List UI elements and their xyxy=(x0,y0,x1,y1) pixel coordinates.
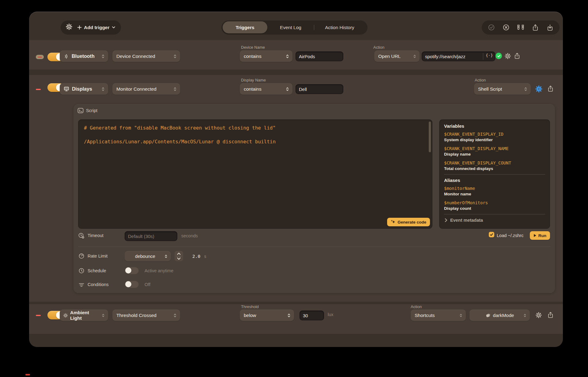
share-export-icon[interactable] xyxy=(532,24,539,31)
toolbar-actions xyxy=(482,20,560,35)
row-drag-handle[interactable] xyxy=(36,55,44,59)
trigger-type-select-bluetooth[interactable]: Bluetooth xyxy=(60,51,108,62)
test-triggers-icon[interactable] xyxy=(517,24,524,31)
trigger-type-select-displays[interactable]: Displays xyxy=(60,83,108,95)
import-download-icon[interactable] xyxy=(546,24,553,31)
shell-script-editor[interactable]: # Generated from "disable MacBook screen… xyxy=(78,119,432,229)
select-chevrons-icon xyxy=(164,254,168,259)
row-share-icon[interactable] xyxy=(514,52,520,59)
trigger-type-label: Displays xyxy=(72,86,99,92)
sun-icon xyxy=(63,313,68,318)
alias-name[interactable]: $monitorName xyxy=(444,185,545,191)
aliases-title: Aliases xyxy=(444,178,545,183)
tab-action-history[interactable]: Action History xyxy=(314,21,365,33)
timeout-unit-label: seconds xyxy=(181,233,198,238)
display-name-value-input[interactable] xyxy=(296,84,343,94)
generate-code-button[interactable]: Generate code xyxy=(387,218,430,226)
conditions-toggle[interactable] xyxy=(125,281,139,288)
stepper-up-icon[interactable] xyxy=(177,252,181,255)
rate-limit-stepper[interactable] xyxy=(175,251,183,261)
event-select-bluetooth[interactable]: Device Connected xyxy=(112,51,180,62)
conditions-filter-icon xyxy=(78,282,85,288)
rate-limit-mode-select[interactable]: debounce xyxy=(125,251,171,261)
event-select-displays[interactable]: Monitor Connected xyxy=(112,83,180,95)
variable-desc: Total connected displays xyxy=(444,166,545,172)
event-metadata-disclosure[interactable]: Event metadata xyxy=(444,218,545,223)
variable-name[interactable]: $CRANK_EVENT_DISPLAY_COUNT xyxy=(444,160,545,166)
view-tabs: Triggers Event Log Action History xyxy=(221,20,368,35)
divider xyxy=(78,247,550,247)
row-settings-gear-icon[interactable] xyxy=(504,53,511,59)
stray-red-mark xyxy=(25,374,30,375)
variable-name[interactable]: $CRANK_EVENT_DISPLAY_ID xyxy=(444,131,545,137)
timeout-label: Timeout xyxy=(88,233,104,238)
disable-all-icon[interactable] xyxy=(503,24,510,31)
threshold-operator-select[interactable]: below xyxy=(240,310,294,321)
add-trigger-button[interactable]: Add trigger xyxy=(77,25,115,30)
schedule-clock-icon xyxy=(78,268,85,274)
select-chevrons-icon xyxy=(286,54,289,59)
schedule-label: Schedule xyxy=(88,268,106,273)
alias-entry: $numberOfMonitors Display count xyxy=(444,200,545,211)
action-label: Action xyxy=(475,78,486,82)
rate-limit-value[interactable]: 2.0 xyxy=(192,254,200,259)
select-chevrons-icon xyxy=(459,313,462,318)
alias-desc: Monitor name xyxy=(444,191,545,197)
tab-event-log-label: Event Log xyxy=(280,25,301,30)
stepper-down-icon[interactable] xyxy=(177,257,181,260)
device-name-value-input[interactable] xyxy=(296,51,343,61)
trigger-row-ambient-light: Ambient Light Threshold Crossed Threshol… xyxy=(29,304,563,334)
code-line-command: /Applications/Lunar.app/Contents/MacOS/L… xyxy=(84,139,276,145)
enable-all-icon[interactable] xyxy=(488,24,495,31)
shell-script-detail-card: Script # Generated from "disable MacBook… xyxy=(74,104,555,293)
shortcut-select[interactable]: darkMode xyxy=(469,310,530,321)
row-share-icon[interactable] xyxy=(547,85,554,92)
play-icon xyxy=(533,234,537,237)
row-share-icon[interactable] xyxy=(547,311,554,319)
script-header: Script xyxy=(77,107,97,114)
action-select-displays[interactable]: Shell Script xyxy=(474,83,531,95)
timeout-clock-icon xyxy=(78,232,85,239)
tab-triggers-label: Triggers xyxy=(236,25,254,30)
device-name-operator-select[interactable]: contains xyxy=(240,51,292,62)
remove-trigger-button[interactable] xyxy=(36,89,41,90)
tab-triggers[interactable]: Triggers xyxy=(223,21,267,33)
trigger-row-bluetooth: Bluetooth Device Connected Device Name c… xyxy=(29,40,563,70)
operator-label: below xyxy=(244,313,285,318)
select-chevrons-icon xyxy=(173,86,177,92)
event-label: Device Connected xyxy=(116,54,171,59)
settings-gear-icon[interactable] xyxy=(66,23,73,32)
select-chevrons-icon xyxy=(173,313,177,318)
remove-trigger-button[interactable] xyxy=(36,315,41,316)
alias-desc: Display count xyxy=(444,206,545,211)
timeout-input[interactable] xyxy=(125,231,177,241)
action-select-bluetooth[interactable]: Open URL xyxy=(374,51,420,62)
variable-entry: $CRANK_EVENT_DISPLAY_COUNT Total connect… xyxy=(444,160,545,172)
insert-variable-button[interactable]: {·} xyxy=(486,53,493,58)
action-type-label: Shortcuts xyxy=(415,313,457,318)
open-url-input[interactable] xyxy=(422,51,495,61)
variable-desc: Display name xyxy=(444,152,545,157)
row-settings-gear-icon[interactable] xyxy=(535,312,542,319)
threshold-value-input[interactable] xyxy=(300,311,324,320)
load-zshrc-label[interactable]: Load ~/.zshrc xyxy=(497,233,523,238)
conditions-status: Off xyxy=(145,282,150,287)
monitor-icon xyxy=(64,86,69,92)
action-select-ambient[interactable]: Shortcuts xyxy=(411,310,466,321)
schedule-toggle[interactable] xyxy=(125,267,139,274)
action-settings-gear-icon-active[interactable] xyxy=(535,85,542,92)
load-zshrc-checkbox[interactable] xyxy=(489,232,494,237)
action-type-label: Open URL xyxy=(378,54,410,59)
trigger-type-label: Ambient Light xyxy=(70,310,100,321)
editor-scrollbar[interactable] xyxy=(429,122,431,152)
trigger-type-select-ambient[interactable]: Ambient Light xyxy=(60,310,108,321)
run-label: Run xyxy=(538,233,546,238)
tab-event-log[interactable]: Event Log xyxy=(267,21,314,33)
run-button[interactable]: Run xyxy=(530,231,550,240)
event-label: Monitor Connected xyxy=(116,86,171,92)
alias-name[interactable]: $numberOfMonitors xyxy=(444,200,545,206)
variable-name[interactable]: $CRANK_EVENT_DISPLAY_NAME xyxy=(444,145,545,152)
display-name-operator-select[interactable]: contains xyxy=(240,83,292,95)
operator-label: contains xyxy=(244,86,283,92)
event-select-ambient[interactable]: Threshold Crossed xyxy=(112,310,180,321)
